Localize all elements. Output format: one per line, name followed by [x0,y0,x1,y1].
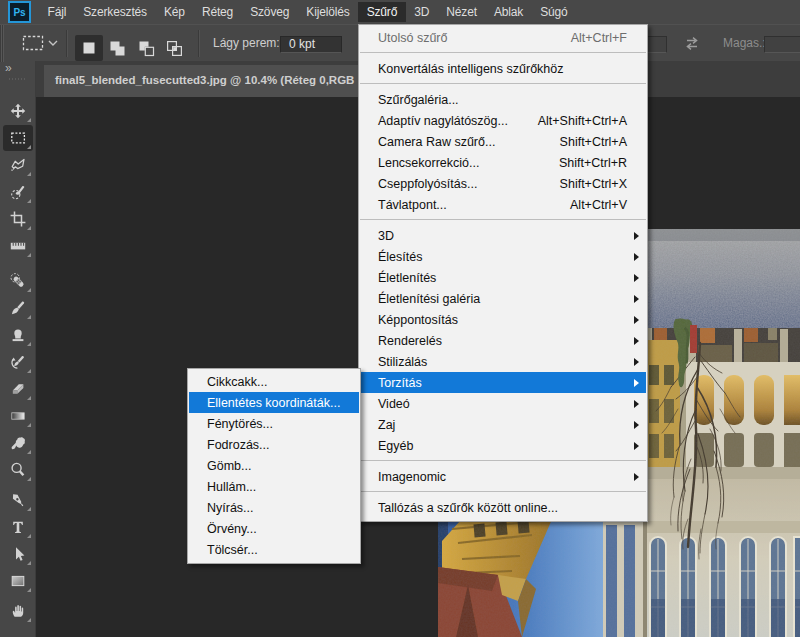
path-selection-tool-icon [10,546,26,562]
add-to-selection-button[interactable] [103,35,131,61]
gradient-tool[interactable] [3,403,33,429]
tool-flyout-indicator [27,618,31,622]
hand-tool-icon [10,603,26,619]
menu-item-lencsekorrekció[interactable]: Lencsekorrekció...Shift+Ctrl+R [360,152,646,173]
menu-item-életlenítési-galéria[interactable]: Életlenítési galéria [360,288,646,309]
pen-tool[interactable] [3,487,33,513]
intersect-selection-button[interactable] [160,35,188,61]
menu-item-tallózás-a-szűrők-között-online[interactable]: Tallózás a szűrők között online... [360,497,646,518]
menu-item-örvény[interactable]: Örvény... [189,518,359,539]
distort-submenu: Cikkcakk...Ellentétes koordináták...Fény… [187,368,361,564]
menu-item-label: Renderelés [378,334,442,348]
menu-item-gömb[interactable]: Gömb... [189,455,359,476]
menu-item-videó[interactable]: Videó [360,393,646,414]
menu-item-konvertálás-intelligens-szűrőkhöz[interactable]: Konvertálás intelligens szűrőkhöz [360,58,646,79]
menu-item-képpontosítás[interactable]: Képpontosítás [360,309,646,330]
tool-flyout-indicator [27,145,31,149]
clone-stamp-tool[interactable] [3,322,33,348]
menu-item-tölcsér[interactable]: Tölcsér... [189,539,359,560]
crop-tool[interactable] [3,206,33,232]
menu-item-hullám[interactable]: Hullám... [189,476,359,497]
healing-brush-tool[interactable] [3,268,33,294]
submenu-arrow-icon [634,295,639,303]
menu-item-stilizálás[interactable]: Stilizálás [360,351,646,372]
menu-item-távlatpont[interactable]: Távlatpont...Alt+Ctrl+V [360,194,646,215]
toolbar-collapse-button[interactable]: » [0,61,36,78]
menu-item-renderelés[interactable]: Renderelés [360,330,646,351]
photoshop-logo-icon[interactable]: Ps [8,1,31,23]
menu-item-label: Élesítés [378,250,422,264]
menubar-item-kijel-l-s[interactable]: Kijelölés [298,0,358,24]
menu-item-adaptív-nagylátószög[interactable]: Adaptív nagylátószög...Alt+Shift+Ctrl+A [360,110,646,131]
menu-item-fénytörés[interactable]: Fénytörés... [189,413,359,434]
menubar-item-k-p[interactable]: Kép [155,0,193,24]
eraser-tool[interactable] [3,376,33,402]
document-tab[interactable]: final5_blended_fusecutted3.jpg @ 10.4% (… [44,65,374,97]
filter-menu: Utolsó szűrőAlt+Ctrl+FKonvertálás intell… [358,24,648,522]
add-to-selection-icon [109,40,126,57]
hand-tool[interactable] [3,598,33,624]
menu-item-szűrőgaléria[interactable]: Szűrőgaléria... [360,89,646,110]
tool-flyout-indicator [27,118,31,122]
path-selection-tool[interactable] [3,541,33,567]
subtract-from-selection-button[interactable] [132,35,160,61]
dodge-tool-icon [10,462,26,478]
tool-flyout-indicator [27,534,31,538]
history-brush-tool[interactable] [3,349,33,375]
tool-flyout-indicator [27,507,31,511]
tool-flyout-indicator [27,315,31,319]
menubar-item-3d[interactable]: 3D [406,0,438,24]
menu-item-fodrozás[interactable]: Fodrozás... [189,434,359,455]
swap-width-height-icon[interactable] [683,36,701,51]
tool-preset-marquee-icon[interactable] [22,34,44,52]
move-tool[interactable] [3,98,33,124]
quick-selection-tool[interactable] [3,179,33,205]
menu-item-shortcut: Alt+Shift+Ctrl+A [538,114,640,128]
menu-item-label: Utolsó szűrő [378,31,447,45]
menu-item-ellentétes-koordináták[interactable]: Ellentétes koordináták... [189,392,359,413]
ruler-tool[interactable] [3,233,33,259]
feather-input[interactable]: 0 kpt [280,36,342,53]
height-input[interactable] [764,36,800,53]
options-bar-grip[interactable] [0,25,4,62]
menu-item-label: Adaptív nagylátószög... [378,114,508,128]
menu-item-élesítés[interactable]: Élesítés [360,246,646,267]
menu-item-torzítás[interactable]: Torzítás [360,372,646,393]
smudge-tool[interactable] [3,430,33,456]
menu-item-label: Fénytörés... [207,417,273,431]
type-tool[interactable] [3,514,33,540]
tool-preset-chevron-icon[interactable] [48,40,58,46]
lasso-tool[interactable] [3,152,33,178]
menubar-item-r-teg[interactable]: Réteg [193,0,241,24]
menu-item-életlenítés[interactable]: Életlenítés [360,267,646,288]
menubar-item-ablak[interactable]: Ablak [485,0,531,24]
menubar-item-sz-r-[interactable]: Szűrő [358,2,406,22]
tool-flyout-indicator [27,253,31,257]
menubar-item-sz-veg[interactable]: Szöveg [242,0,298,24]
menubar-item-szerkeszt-s[interactable]: Szerkesztés [75,0,156,24]
menu-item-3d[interactable]: 3D [360,225,646,246]
menubar-item-f-jl[interactable]: Fájl [39,0,75,24]
menubar-item-n-zet[interactable]: Nézet [438,0,486,24]
submenu-arrow-icon [634,400,639,408]
menu-item-zaj[interactable]: Zaj [360,414,646,435]
menu-item-egyéb[interactable]: Egyéb [360,435,646,456]
rectangular-marquee-tool[interactable] [3,125,33,151]
menu-item-label: Cikkcakk... [207,375,267,389]
menu-item-nyírás[interactable]: Nyírás... [189,497,359,518]
photoshop-window: Ps FájlSzerkesztésKépRétegSzövegKijelölé… [0,0,800,637]
menubar-spacer [31,0,39,24]
rectangle-tool[interactable] [3,568,33,594]
new-selection-button[interactable] [75,35,103,61]
menubar-item-s-g-[interactable]: Súgó [532,0,576,24]
brush-tool[interactable] [3,295,33,321]
crop-tool-icon [10,211,26,227]
menu-item-cseppfolyósítás[interactable]: Cseppfolyósítás...Shift+Ctrl+X [360,173,646,194]
menu-item-cikkcakk[interactable]: Cikkcakk... [189,371,359,392]
menu-item-utolsó-szűrő[interactable]: Utolsó szűrőAlt+Ctrl+F [360,27,646,48]
menu-item-imagenomic[interactable]: Imagenomic [360,466,646,487]
menu-item-camera-raw-szűrő[interactable]: Camera Raw szűrő...Shift+Ctrl+A [360,131,646,152]
dodge-tool[interactable] [3,457,33,483]
tool-flyout-indicator [27,199,31,203]
submenu-arrow-icon [634,473,639,481]
